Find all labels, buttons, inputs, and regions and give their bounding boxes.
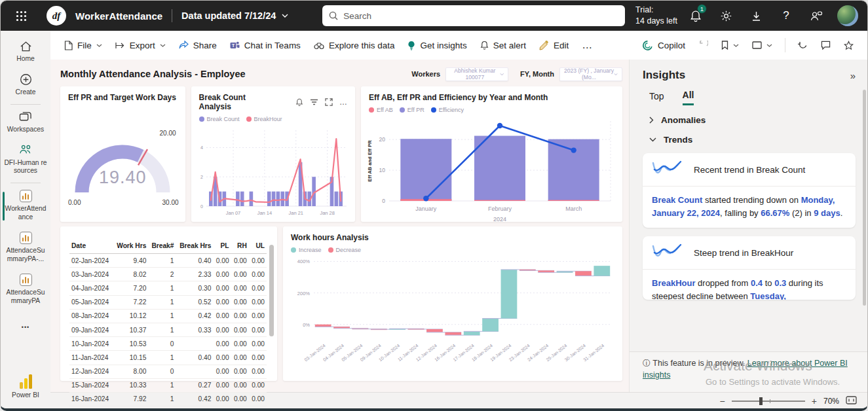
waterfall-bar[interactable] (594, 266, 610, 276)
sidebar-item-create[interactable]: Create (1, 69, 50, 102)
work-hours-chart[interactable]: 0%200%400%03-Jan-202404-Jan-202405-Jan-2… (289, 253, 616, 375)
zoom-slider[interactable] (732, 401, 805, 402)
data-updated-menu[interactable]: Data updated 7/12/24 (181, 10, 288, 21)
break-count-visual-card[interactable]: Break Count Analysis (191, 86, 355, 222)
break-count-bar[interactable] (267, 192, 271, 206)
zoom-out-button[interactable]: − (720, 397, 725, 406)
attendance-table-card[interactable]: DateWork HrsBreak#Break HrsPLRHUL02-Jan-… (60, 226, 277, 381)
column-header[interactable]: Break Hrs (176, 240, 213, 254)
zoom-in-button[interactable]: + (812, 397, 817, 406)
table-row[interactable]: 08-Jan-202410.1210.420.000.000.00 (69, 309, 267, 323)
sidebar-item-power-bi[interactable]: Power BI (1, 368, 50, 405)
column-header[interactable]: UL (249, 240, 267, 254)
eff-ab-bar[interactable] (548, 200, 599, 201)
share-button[interactable]: Share (173, 37, 223, 54)
visual-focus-mode-button[interactable] (325, 98, 333, 106)
column-header[interactable]: Break# (148, 240, 176, 254)
help-button[interactable]: ? (774, 4, 798, 27)
table-row[interactable]: 09-Jan-202410.3710.330.000.000.00 (69, 323, 267, 336)
insight-card-header[interactable]: Steep trend in BreakHour (643, 236, 856, 270)
table-row[interactable]: 02-Jan-20249.4010.400.000.000.00 (69, 254, 267, 268)
toolbar-more-button[interactable]: … (576, 35, 598, 55)
export-menu[interactable]: Export (109, 37, 172, 54)
bookmarks-menu[interactable] (715, 37, 745, 54)
eff-pr-bar[interactable] (474, 136, 525, 201)
efficiency-visual-card[interactable]: Eff AB, Eff PR and Efficiency by Year an… (361, 86, 622, 222)
table-row[interactable]: 05-Jan-20247.2210.520.000.000.00 (69, 295, 267, 309)
org-logo[interactable]: df (47, 6, 66, 26)
section-trends[interactable]: Trends (643, 135, 692, 145)
visual-filter-button[interactable] (310, 99, 318, 105)
tab-all[interactable]: All (683, 90, 694, 105)
sidebar-item-dfi-human-resources[interactable]: DFI-Human resources (1, 139, 50, 181)
file-menu[interactable]: File (58, 37, 108, 54)
edit-button[interactable]: Edit (533, 37, 575, 54)
table-row[interactable]: 10-Jan-202410.5300.000.000.00 (69, 337, 267, 351)
sidebar-item-attendacesummarypa-2[interactable]: AttendaceSummaryPA (1, 269, 50, 311)
sidebar-item-workerattendance[interactable]: WorkerAttendance (1, 185, 50, 227)
gauge-chart[interactable]: 19.40 0.00 30.00 20.00 (60, 119, 185, 200)
efficiency-chart[interactable]: 01020JanuaryFebruaryMarch2024Eff AB and … (366, 113, 618, 226)
comments-button[interactable] (815, 37, 837, 54)
eff-pr-bar[interactable] (400, 139, 451, 201)
refresh-button[interactable] (792, 37, 814, 54)
waterfall-bar[interactable] (501, 270, 518, 319)
table-row[interactable]: 03-Jan-20248.0222.330.000.000.00 (69, 268, 267, 281)
break-count-bar[interactable] (276, 192, 280, 206)
zoom-slider-handle[interactable] (759, 397, 763, 405)
sidebar-item-workspaces[interactable]: Workspaces (1, 107, 50, 139)
efficiency-point[interactable] (497, 123, 502, 128)
efficiency-point[interactable] (571, 147, 576, 152)
column-header[interactable]: PL (213, 240, 231, 254)
table-scrollbar[interactable] (269, 245, 274, 336)
explore-this-data-button[interactable]: Explore this data (308, 37, 401, 54)
break-count-bar[interactable] (240, 192, 244, 206)
fit-to-page-button[interactable] (846, 396, 857, 406)
gauge-visual-card[interactable]: Eff PR and Target Work Days 19.40 0.00 3… (60, 86, 185, 222)
break-count-bar[interactable] (249, 192, 253, 206)
break-count-chart[interactable]: 024Jan 07Jan 14Jan 21Jan 28 (197, 124, 349, 227)
waterfall-bar[interactable] (445, 332, 461, 335)
waterfall-bar[interactable] (426, 329, 443, 332)
waterfall-bar[interactable] (575, 271, 592, 276)
waterfall-bar[interactable] (315, 325, 331, 327)
workers-filter-dropdown[interactable]: Abhishek Kumar 100077 (445, 67, 508, 81)
column-header[interactable]: Date (69, 240, 113, 254)
waterfall-bar[interactable] (464, 331, 480, 335)
waterfall-bar[interactable] (482, 319, 499, 332)
feedback-button[interactable] (804, 4, 828, 27)
insight-card-header[interactable]: Recent trend in Break Count (643, 153, 856, 187)
sidebar-item-home[interactable]: Home (1, 36, 50, 69)
set-alert-button[interactable]: Set alert (474, 37, 532, 54)
fy-month-filter-dropdown[interactable]: 2023 (FY) , January (Mo... (559, 67, 622, 81)
sidebar-more-button[interactable]: ••• (1, 319, 50, 336)
chat-in-teams-button[interactable]: T Chat in Teams (224, 37, 307, 54)
work-hours-visual-card[interactable]: Work hours Analysis Increase Decrease 0%… (283, 226, 622, 381)
column-header[interactable]: RH (231, 240, 249, 254)
visual-alert-button[interactable] (295, 98, 303, 107)
break-count-bar[interactable] (236, 192, 240, 206)
search-input[interactable] (343, 11, 618, 21)
table-row[interactable]: 16-Jan-20247.9210.420.000.000.00 (69, 392, 267, 406)
favorite-button[interactable] (838, 37, 859, 54)
settings-button[interactable] (714, 4, 738, 27)
app-launcher-button[interactable] (10, 5, 32, 27)
table-row[interactable]: 11-Jan-202410.1510.400.000.000.00 (69, 351, 267, 365)
copilot-button[interactable]: Copilot (636, 36, 691, 55)
account-avatar[interactable] (837, 5, 858, 26)
attendance-table[interactable]: DateWork HrsBreak#Break HrsPLRHUL02-Jan-… (69, 240, 267, 406)
undo-button[interactable] (692, 37, 714, 54)
break-count-bar[interactable] (280, 192, 284, 206)
table-row[interactable]: 12-Jan-20248.0000.000.000.00 (69, 365, 267, 378)
insights-scrollbar[interactable] (863, 90, 866, 306)
eff-ab-bar[interactable] (474, 200, 525, 201)
break-count-bar[interactable] (334, 192, 338, 206)
section-anomalies[interactable]: Anomalies (643, 115, 706, 125)
download-button[interactable] (744, 4, 768, 27)
notifications-button[interactable]: 1 (684, 4, 708, 27)
table-row[interactable]: 15-Jan-202410.3310.270.000.000.00 (69, 378, 267, 392)
sidebar-item-attendacesummarypa-1[interactable]: AttendaceSummaryPA-... (1, 227, 50, 269)
collapse-panel-button[interactable]: » (850, 70, 856, 81)
search-box[interactable] (322, 5, 625, 26)
table-row[interactable]: 04-Jan-20247.2010.300.000.000.00 (69, 281, 267, 295)
